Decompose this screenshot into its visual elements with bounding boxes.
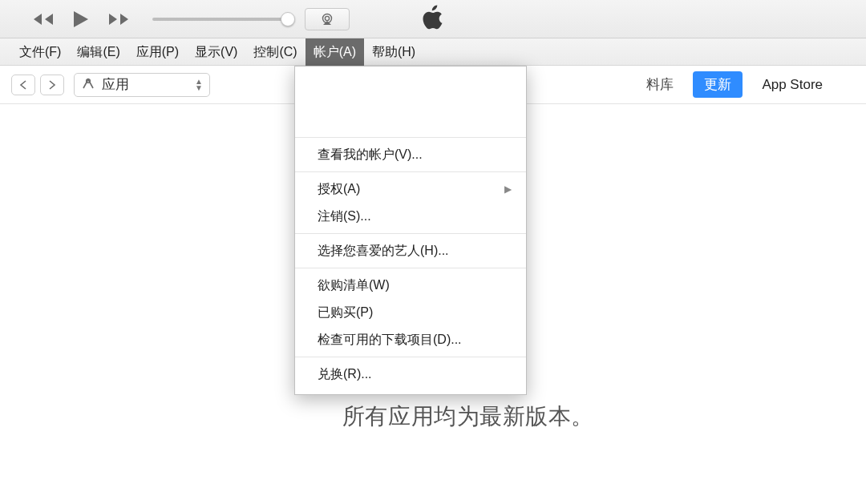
chevron-right-icon: ▶ <box>504 180 512 198</box>
menu-item-view[interactable]: 显示(V) <box>187 38 245 66</box>
svg-point-2 <box>87 79 91 83</box>
library-label[interactable]: 料库 <box>646 75 674 94</box>
apps-icon <box>81 77 95 93</box>
menu-item-apps[interactable]: 应用(P) <box>128 38 187 66</box>
sign-out-item[interactable]: 注销(S)... <box>295 203 526 230</box>
menu-bar: 文件(F) 编辑(E) 应用(P) 显示(V) 控制(C) 帐户(A) 帮助(H… <box>0 38 866 66</box>
selector-arrows-icon: ▲▼ <box>195 79 203 91</box>
view-account-item[interactable]: 查看我的帐户(V)... <box>295 141 526 168</box>
nav-back-button[interactable] <box>11 75 35 95</box>
seek-slider[interactable] <box>152 18 289 21</box>
prev-button[interactable] <box>32 12 55 26</box>
menu-item-edit[interactable]: 编辑(E) <box>69 38 127 66</box>
menu-item-account[interactable]: 帐户(A) <box>306 38 364 66</box>
airplay-button[interactable] <box>305 8 350 30</box>
favorite-artists-item[interactable]: 选择您喜爱的艺人(H)... <box>295 237 526 264</box>
redeem-item[interactable]: 兑换(R)... <box>295 361 526 388</box>
playback-controls <box>32 10 130 29</box>
check-downloads-item[interactable]: 检查可用的下载项目(D)... <box>295 326 526 353</box>
status-text: 所有应用均为最新版本。 <box>342 401 594 432</box>
appstore-link[interactable]: App Store <box>762 77 823 93</box>
nav-forward-button[interactable] <box>40 75 64 95</box>
account-email-item <box>295 103 526 131</box>
player-bar <box>0 0 866 38</box>
account-dropdown: 查看我的帐户(V)... 授权(A) ▶ 注销(S)... 选择您喜爱的艺人(H… <box>294 66 527 395</box>
next-button[interactable] <box>107 12 130 26</box>
play-button[interactable] <box>72 10 90 29</box>
menu-item-controls[interactable]: 控制(C) <box>245 38 305 66</box>
update-button[interactable]: 更新 <box>693 71 743 98</box>
wishlist-item[interactable]: 欲购清单(W) <box>295 272 526 299</box>
account-name-item <box>295 76 526 103</box>
media-selector[interactable]: 应用 ▲▼ <box>74 73 210 97</box>
authorize-item[interactable]: 授权(A) ▶ <box>295 175 526 203</box>
menu-item-help[interactable]: 帮助(H) <box>364 38 423 66</box>
menu-item-file[interactable]: 文件(F) <box>11 38 69 66</box>
purchased-item[interactable]: 已购买(P) <box>295 299 526 326</box>
authorize-label: 授权(A) <box>318 182 360 196</box>
selector-label: 应用 <box>102 75 129 94</box>
svg-point-1 <box>325 16 329 20</box>
apple-logo-icon <box>423 5 443 34</box>
